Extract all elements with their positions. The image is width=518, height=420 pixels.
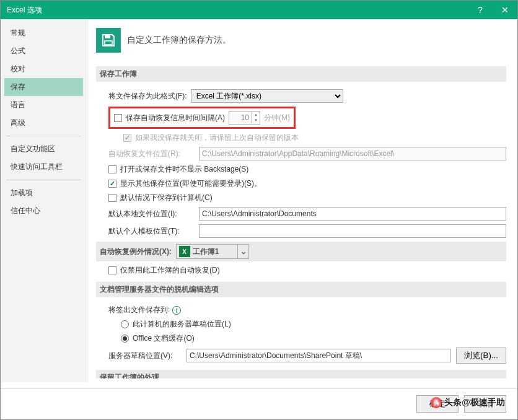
default-local-input[interactable]	[199, 207, 506, 221]
sidebar-item-9[interactable]: 信任中心	[4, 202, 83, 220]
radio-office-cache[interactable]	[121, 335, 129, 343]
draft-loc-label: 服务器草稿位置(V):	[108, 351, 183, 361]
draft-loc-input[interactable]	[187, 349, 451, 362]
exceptions-label: 自动恢复例外情况(X):	[100, 247, 172, 257]
row-default-tmpl: 默认个人模板位置(T):	[108, 224, 506, 238]
ok-button[interactable]: 确定	[416, 395, 459, 413]
row-autosave: 保存自动恢复信息时间间隔(A) ▲▼ 分钟(M)	[108, 107, 506, 129]
sidebar-item-5[interactable]: 高级	[4, 114, 83, 132]
autosave-spinner[interactable]: ▲▼	[229, 111, 260, 125]
autosave-value[interactable]	[229, 112, 252, 123]
category-sidebar: 常规公式校对保存语言高级自定义功能区快速访问工具栏加载项信任中心	[1, 19, 87, 382]
sidebar-item-7[interactable]: 快速访问工具栏	[4, 158, 83, 176]
svg-rect-1	[105, 41, 112, 45]
chevron-down-icon[interactable]: ⌄	[237, 245, 248, 258]
format-label: 将文件保存为此格式(F):	[108, 91, 187, 102]
autosave-unit: 分钟(M)	[264, 113, 290, 123]
row-no-backstage: 打开或保存文件时不显示 Backstage(S)	[108, 164, 506, 175]
sidebar-item-0[interactable]: 常规	[4, 24, 83, 42]
options-dialog: Excel 选项 ? ✕ 常规公式校对保存语言高级自定义功能区快速访问工具栏加载…	[0, 0, 518, 420]
svg-rect-0	[105, 35, 110, 38]
row-default-pc: 默认情况下保存到计算机(C)	[108, 193, 506, 203]
radio-cache-label: Office 文档缓存(O)	[133, 333, 195, 344]
row-keep-last: 如果我没保存就关闭，请保留上次自动保留的版本	[123, 133, 506, 143]
row-saveto: 将签出文件保存到: i	[108, 305, 506, 315]
show-other-checkbox[interactable]	[108, 180, 116, 188]
row-file-format: 将文件保存为此格式(F): Excel 工作簿(*.xlsx)	[108, 89, 506, 103]
row-draft-loc: 服务器草稿位置(V): 浏览(B)...	[108, 348, 506, 364]
excel-icon: X	[179, 246, 190, 257]
sidebar-item-1[interactable]: 公式	[4, 42, 83, 60]
default-tmpl-input[interactable]	[199, 224, 506, 238]
help-button[interactable]: ?	[468, 1, 493, 19]
sidebar-item-4[interactable]: 语言	[4, 96, 83, 114]
save-icon	[96, 28, 121, 53]
default-local-label: 默认本地文件位置(I):	[108, 209, 195, 219]
row-disable-recover: 仅禁用此工作簿的自动恢复(D)	[108, 265, 506, 276]
saveto-label: 将签出文件保存到:	[108, 305, 170, 315]
section-exceptions: 自动恢复例外情况(X): X 工作簿1 ⌄	[96, 242, 506, 261]
sidebar-item-8[interactable]: 加载项	[4, 184, 83, 202]
sidebar-item-3[interactable]: 保存	[4, 78, 83, 96]
footer: 确定 取消	[1, 388, 517, 419]
section-appearance: 保留工作簿的外观	[96, 370, 506, 378]
radio-server-draft[interactable]	[121, 320, 129, 328]
row-radio-cache: Office 文档缓存(O)	[121, 333, 506, 344]
spin-up[interactable]: ▲	[252, 112, 260, 118]
sidebar-separator	[7, 136, 81, 136]
page-header: 自定义工作簿的保存方法。	[96, 28, 506, 53]
workbook-select[interactable]: X 工作簿1 ⌄	[176, 244, 250, 259]
no-backstage-label: 打开或保存文件时不显示 Backstage(S)	[120, 164, 248, 175]
recover-loc-label: 自动恢复文件位置(R):	[108, 149, 195, 159]
show-other-label: 显示其他保存位置(即使可能需要登录)(S)。	[120, 178, 261, 189]
workbook-name: 工作簿1	[193, 247, 238, 257]
default-pc-checkbox[interactable]	[108, 194, 116, 202]
row-radio-draft: 此计算机的服务器草稿位置(L)	[121, 319, 506, 330]
default-tmpl-label: 默认个人模板位置(T):	[108, 226, 195, 237]
disable-recover-label: 仅禁用此工作簿的自动恢复(D)	[120, 265, 220, 276]
spin-down[interactable]: ▼	[252, 118, 260, 123]
no-backstage-checkbox[interactable]	[108, 165, 116, 173]
autosave-checkbox[interactable]	[114, 114, 122, 122]
title-text: Excel 选项	[7, 5, 42, 15]
default-pc-label: 默认情况下保存到计算机(C)	[120, 193, 213, 203]
sidebar-item-6[interactable]: 自定义功能区	[4, 140, 83, 158]
section-save-workbook: 保存工作簿	[96, 66, 506, 82]
row-recover-loc: 自动恢复文件位置(R):	[108, 147, 506, 160]
info-icon[interactable]: i	[172, 306, 181, 315]
cancel-button[interactable]: 取消	[464, 395, 506, 413]
close-button[interactable]: ✕	[493, 1, 517, 19]
titlebar: Excel 选项 ? ✕	[1, 1, 517, 19]
autosave-highlight: 保存自动恢复信息时间间隔(A) ▲▼ 分钟(M)	[108, 107, 296, 129]
page-description: 自定义工作簿的保存方法。	[127, 35, 231, 46]
keep-last-label: 如果我没保存就关闭，请保留上次自动保留的版本	[135, 133, 299, 143]
recover-loc-input[interactable]	[199, 147, 506, 160]
row-show-other: 显示其他保存位置(即使可能需要登录)(S)。	[108, 178, 506, 189]
autosave-label: 保存自动恢复信息时间间隔(A)	[126, 113, 225, 123]
disable-recover-checkbox[interactable]	[108, 266, 116, 274]
browse-button[interactable]: 浏览(B)...	[456, 348, 506, 364]
main-area: 常规公式校对保存语言高级自定义功能区快速访问工具栏加载项信任中心 自定义工作簿的…	[1, 19, 517, 382]
row-default-local: 默认本地文件位置(I):	[108, 207, 506, 221]
content-panel: 自定义工作簿的保存方法。 保存工作簿 将文件保存为此格式(F): Excel 工…	[87, 19, 517, 382]
sidebar-item-2[interactable]: 校对	[4, 60, 83, 78]
keep-last-checkbox	[123, 134, 131, 142]
sidebar-separator	[7, 180, 81, 180]
format-select[interactable]: Excel 工作簿(*.xlsx)	[191, 89, 343, 103]
section-server: 文档管理服务器文件的脱机编辑选项	[96, 282, 506, 297]
radio-draft-label: 此计算机的服务器草稿位置(L)	[133, 319, 231, 330]
